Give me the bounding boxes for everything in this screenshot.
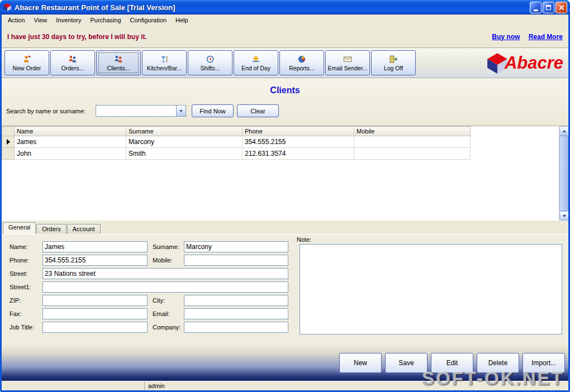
- tab-account[interactable]: Account: [67, 224, 101, 234]
- buy-now-link[interactable]: Buy now: [492, 33, 520, 41]
- phone-label: Phone:: [10, 257, 29, 264]
- table-row[interactable]: John Smith 212.631.3574: [2, 148, 471, 160]
- arrow-up-icon: [563, 130, 566, 132]
- city-label: City:: [153, 297, 165, 304]
- table-row[interactable]: James Marcony 354.555.2155: [2, 136, 471, 148]
- read-more-link[interactable]: Read More: [529, 33, 563, 41]
- clients-button[interactable]: Clients...: [96, 50, 141, 75]
- log-off-button[interactable]: Log Off: [371, 50, 416, 75]
- status-user: admin: [145, 383, 165, 389]
- cell-name[interactable]: John: [15, 148, 126, 160]
- maximize-button[interactable]: [543, 2, 554, 13]
- window-title: Abacre Restaurant Point of Sale [Trial V…: [15, 3, 529, 12]
- toolbar-button-label: New Order: [13, 65, 41, 71]
- search-label: Search by name or surname:: [6, 108, 86, 114]
- end-of-day-icon: [251, 55, 261, 64]
- cell-mobile[interactable]: [354, 148, 471, 160]
- column-header-surname[interactable]: Surname: [126, 127, 243, 136]
- company-label: Company:: [153, 324, 180, 331]
- kitchen-bar-icon: [159, 55, 169, 64]
- note-field[interactable]: [300, 244, 562, 334]
- row-indicator-cell: [2, 136, 15, 148]
- scroll-up-button[interactable]: [559, 126, 568, 136]
- cell-mobile[interactable]: [354, 136, 471, 148]
- vertical-scrollbar[interactable]: [559, 126, 568, 221]
- new-order-button[interactable]: New Order: [4, 50, 49, 75]
- email-label: Email:: [153, 310, 170, 317]
- menu-purchasing[interactable]: Purchasing: [86, 15, 125, 25]
- email-field[interactable]: [184, 308, 288, 319]
- action-button-bar: New Save Edit Delete Import...: [2, 345, 568, 381]
- clients-grid: Name Surname Phone Mobile James Marcony …: [2, 126, 568, 221]
- column-header-phone[interactable]: Phone: [243, 127, 354, 136]
- toolbar-button-label: Kitchen/Bar...: [147, 65, 182, 71]
- minimize-button[interactable]: [530, 2, 542, 13]
- save-button[interactable]: Save: [385, 353, 428, 373]
- shifts-button[interactable]: Shifts...: [188, 50, 232, 75]
- cell-phone[interactable]: 212.631.3574: [243, 148, 354, 160]
- log-off-icon: [388, 55, 398, 64]
- reports-button[interactable]: Reports...: [279, 50, 324, 75]
- app-icon: [3, 3, 12, 12]
- scroll-down-button[interactable]: [559, 211, 568, 221]
- page-title: Clients: [2, 78, 568, 95]
- clear-button[interactable]: Clear: [237, 104, 279, 117]
- toolbar-button-label: Clients...: [107, 65, 130, 71]
- menu-inventory[interactable]: Inventory: [51, 15, 86, 25]
- row-indicator-header: [2, 127, 15, 136]
- company-field[interactable]: [184, 322, 288, 333]
- street-label: Street:: [10, 270, 27, 277]
- orders-icon: [68, 55, 78, 64]
- toolbar-button-label: Shifts...: [200, 65, 220, 71]
- combo-dropdown-button[interactable]: [176, 106, 186, 116]
- email-sender-button[interactable]: Email Sender...: [325, 50, 370, 75]
- scrollbar-thumb[interactable]: [559, 136, 568, 211]
- name-label: Name:: [10, 243, 27, 250]
- search-combobox[interactable]: [96, 105, 186, 117]
- cell-surname[interactable]: Marcony: [126, 136, 243, 148]
- column-header-mobile[interactable]: Mobile: [354, 127, 471, 136]
- mobile-field[interactable]: [184, 255, 288, 266]
- toolbar-button-label: Orders...: [61, 65, 84, 71]
- column-header-name[interactable]: Name: [15, 127, 126, 136]
- cell-phone[interactable]: 354.555.2155: [243, 136, 354, 148]
- edit-button[interactable]: Edit: [431, 353, 473, 373]
- trial-message: I have just 30 days to try, before I wil…: [7, 33, 147, 41]
- zip-field[interactable]: [42, 295, 148, 306]
- cell-name[interactable]: James: [15, 136, 126, 148]
- job-title-field[interactable]: [42, 322, 148, 333]
- new-button[interactable]: New: [339, 353, 382, 373]
- tab-orders[interactable]: Orders: [36, 224, 66, 234]
- cell-surname[interactable]: Smith: [126, 148, 243, 160]
- import-button[interactable]: Import...: [522, 353, 565, 373]
- street-field[interactable]: [42, 268, 288, 279]
- arrow-down-icon: [563, 215, 566, 217]
- app-window: Abacre Restaurant Point of Sale [Trial V…: [0, 0, 570, 392]
- titlebar[interactable]: Abacre Restaurant Point of Sale [Trial V…: [0, 0, 570, 15]
- search-input[interactable]: [96, 106, 176, 116]
- clients-table: Name Surname Phone Mobile James Marcony …: [2, 126, 471, 160]
- mobile-label: Mobile:: [153, 257, 172, 264]
- delete-button[interactable]: Delete: [477, 353, 519, 373]
- surname-label: Surname:: [153, 243, 179, 250]
- tab-general[interactable]: General: [3, 222, 36, 234]
- end-of-day-button[interactable]: End of Day: [234, 50, 278, 75]
- menu-action[interactable]: Action: [3, 15, 30, 25]
- street1-field[interactable]: [42, 281, 288, 293]
- orders-button[interactable]: Orders...: [50, 50, 95, 75]
- client-area: Action View Inventory Purchasing Configu…: [2, 15, 568, 390]
- menu-help[interactable]: Help: [171, 15, 193, 25]
- main-toolbar: New Order Orders... Clients...: [2, 48, 568, 78]
- kitchen-bar-button[interactable]: Kitchen/Bar...: [142, 50, 187, 75]
- phone-field[interactable]: [42, 255, 148, 266]
- new-order-icon: [22, 55, 32, 64]
- menu-configuration[interactable]: Configuration: [126, 15, 171, 25]
- street1-label: Street1:: [10, 284, 31, 290]
- name-field[interactable]: [42, 241, 148, 252]
- surname-field[interactable]: [184, 241, 288, 252]
- find-now-button[interactable]: Find Now: [192, 104, 234, 117]
- fax-field[interactable]: [42, 308, 148, 319]
- close-button[interactable]: [555, 2, 567, 13]
- city-field[interactable]: [184, 295, 288, 306]
- menu-view[interactable]: View: [30, 15, 52, 25]
